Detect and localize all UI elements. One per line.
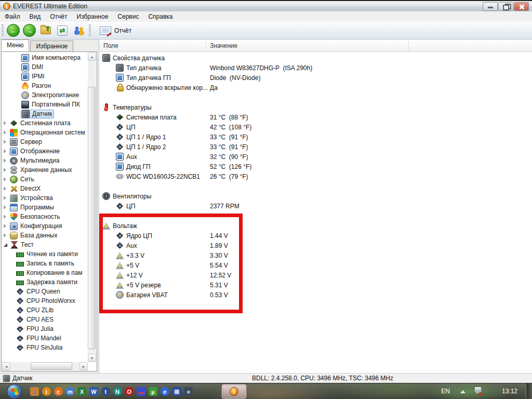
menu-item-сервис[interactable]: Сервис (113, 11, 143, 22)
expand-arrow-icon[interactable] (4, 177, 6, 181)
scroll-up-button[interactable]: ▲ (88, 52, 96, 61)
sidebar-item-датчик[interactable]: Датчик (2, 109, 88, 118)
sensor-row[interactable]: Обнаружено вскрытие кор...Да (99, 83, 532, 92)
tree-item-box[interactable]: FPU Julia (16, 325, 55, 334)
sensor-row[interactable]: Диод ГП52 °C (126 °F) (99, 162, 532, 171)
acdsee-icon[interactable]: c (54, 387, 63, 396)
sidebar-item-мультимедиа[interactable]: Мультимедиа (2, 156, 88, 165)
sidebar-item-портативный-пк[interactable]: Портативный ПК (2, 100, 88, 109)
sensor-row[interactable]: ЦП 1 / Ядро 133 °C (91 °F) (99, 132, 532, 142)
word-icon[interactable]: W (89, 387, 98, 396)
sidebar-item-сеть[interactable]: Сеть (2, 175, 88, 184)
sidebar-item-хранение-данных[interactable]: Хранение данных (2, 165, 88, 175)
sidebar-item-ipmi[interactable]: IPMI (2, 72, 88, 81)
tree-horizontal-scrollbar[interactable]: ◄ ► (2, 362, 88, 370)
tree-item-box[interactable]: Разгон (21, 82, 52, 90)
tree-item-box[interactable]: FPU Mandel (16, 334, 63, 343)
menu-item-файл[interactable]: Файл (0, 11, 25, 22)
back-button[interactable]: ← (7, 24, 20, 37)
sidebar-item-безопасность[interactable]: Безопасность (2, 212, 88, 221)
maxthon-icon[interactable]: m (65, 387, 74, 396)
tree-item-box[interactable]: CPU Queen (16, 287, 62, 296)
sidebar-item-имя-компьютера[interactable]: Имя компьютера (2, 53, 88, 62)
sidebar-item-directx[interactable]: DirectX (2, 184, 88, 193)
minimize-button[interactable] (483, 2, 498, 11)
tree-item-box[interactable]: DMI (21, 63, 45, 72)
tab-menu[interactable]: Меню (1, 39, 29, 51)
report-button[interactable]: Отчёт (96, 25, 136, 36)
column-header-field[interactable]: Поле (103, 42, 118, 49)
tree-item-box[interactable]: Копирование в пам (16, 269, 84, 277)
sidebar-item-задержка-памяти[interactable]: Задержка памяти (2, 277, 88, 287)
sync-tool-icon[interactable]: ↓ (30, 387, 39, 396)
sensor-row[interactable]: Тип датчика ГПDiode (NV-Diode) (99, 73, 532, 83)
sidebar-item-запись-в-память[interactable]: Запись в память (2, 259, 88, 268)
title-bar[interactable]: EVEREST Ultimate Edition (0, 0, 532, 11)
sensor-row[interactable]: Aux32 °C (90 °F) (99, 152, 532, 162)
sensor-row[interactable]: WDC WD1600JS-22NCB126 °C (79 °F) (99, 171, 532, 181)
sidebar-item-cpu-zlib[interactable]: CPU ZLib (2, 305, 88, 315)
sidebar-item-устройства[interactable]: Устройства (2, 193, 88, 203)
menu-item-вид[interactable]: Вид (25, 11, 46, 22)
taskbar-clock[interactable]: 13:12 (502, 388, 517, 395)
expand-arrow-icon[interactable] (4, 196, 6, 200)
section-row[interactable]: Свойства датчика (99, 53, 532, 63)
tree-item-box[interactable]: Тест (10, 241, 35, 249)
forward-button[interactable]: → (23, 24, 36, 37)
everest-icon[interactable]: i (42, 387, 51, 396)
tree-item-box[interactable]: CPU AES (16, 315, 55, 324)
tree-item-box[interactable]: Датчик (21, 110, 54, 118)
tree-item-box[interactable]: CPU ZLib (16, 306, 55, 315)
column-divider[interactable] (206, 42, 206, 50)
sensor-row[interactable]: ЦП 1 / Ядро 233 °C (91 °F) (99, 142, 532, 152)
scroll-left-button[interactable]: ◄ (2, 362, 10, 370)
tree-item-box[interactable]: Конфигурация (9, 222, 64, 231)
favorites-add-button[interactable] (39, 24, 52, 37)
ie-icon[interactable]: e (161, 387, 169, 396)
sidebar-item-чтение-из-памяти[interactable]: Чтение из памяти (2, 249, 88, 259)
sensor-row[interactable]: ЦП42 °C (108 °F) (99, 122, 532, 132)
tree-vertical-scrollbar[interactable]: ▲ ▼ (88, 52, 96, 362)
sensor-row[interactable]: Системная плата31 °C (88 °F) (99, 112, 532, 122)
tree-item-box[interactable]: Мультимедиа (9, 156, 61, 165)
expand-arrow-icon[interactable] (4, 187, 6, 191)
excel-icon[interactable]: X (77, 387, 86, 396)
opera-icon[interactable]: O (125, 387, 134, 396)
sidebar-item-копирование-в-пам[interactable]: Копирование в пам (2, 268, 88, 277)
tree-item-box[interactable]: Хранение данных (9, 166, 74, 175)
sensor-row[interactable]: Тип датчикаWinbond W83627DHG-P (ISA 290h… (99, 63, 532, 73)
sidebar-item-cpu-aes[interactable]: CPU AES (2, 315, 88, 324)
column-divider[interactable] (408, 42, 409, 50)
utorrent-icon[interactable]: µ (149, 387, 157, 396)
column-header-value[interactable]: Значение (210, 42, 237, 49)
sidebar-item-разгон[interactable]: Разгон (2, 81, 88, 90)
tree-item-box[interactable]: Портативный ПК (21, 100, 82, 109)
expand-arrow-icon[interactable] (4, 168, 6, 172)
tree-item-box[interactable]: Задержка памяти (16, 278, 79, 287)
sidebar-item-dmi[interactable]: DMI (2, 62, 88, 72)
tree-item-box[interactable]: Запись в память (16, 259, 76, 268)
sidebar-item-системная-плата[interactable]: Системная плата (2, 118, 88, 128)
sensor-row[interactable]: ЦП2377 RPM (99, 201, 532, 211)
tree-item-box[interactable]: Сервер (9, 138, 44, 147)
show-desktop-button[interactable] (526, 383, 532, 399)
tree-item-box[interactable]: База данных (9, 231, 59, 240)
nero-icon[interactable]: N (113, 387, 122, 396)
tree-item-box[interactable]: DirectX (9, 184, 42, 193)
sidebar-item-сервер[interactable]: Сервер (2, 137, 88, 147)
tab-favorites[interactable]: Избранное (30, 41, 73, 51)
horizontal-scroll-thumb[interactable] (31, 362, 72, 370)
tree-item-box[interactable]: Сеть (9, 175, 36, 184)
expand-arrow-icon[interactable] (4, 215, 6, 219)
sidebar-item-fpu-julia[interactable]: FPU Julia (2, 324, 88, 334)
tree-item-box[interactable]: Безопасность (9, 212, 62, 221)
network-places-icon[interactable]: ▣ (172, 387, 181, 396)
scroll-right-button[interactable]: ► (79, 362, 88, 370)
show-hidden-icons-arrow[interactable] (460, 390, 466, 393)
sidebar-item-конфигурация[interactable]: Конфигурация (2, 221, 88, 231)
remote-display-icon[interactable]: ■ (184, 387, 193, 396)
expand-arrow-icon[interactable] (4, 121, 6, 125)
tree-item-box[interactable]: Системная плата (9, 119, 72, 128)
menu-item-отчёт[interactable]: Отчёт (45, 11, 72, 22)
expand-arrow-icon[interactable] (4, 205, 6, 209)
